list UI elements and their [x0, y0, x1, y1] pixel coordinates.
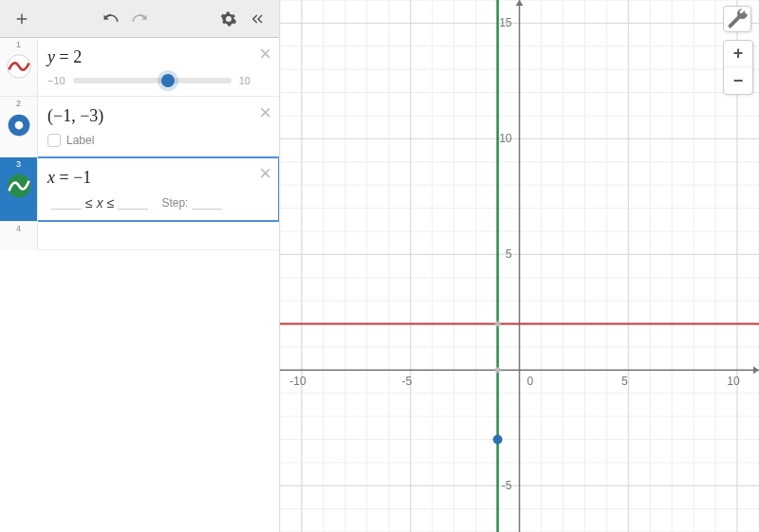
plus-icon	[13, 10, 30, 28]
svg-marker-63	[753, 366, 759, 374]
svg-text:10: 10	[727, 375, 740, 388]
gear-icon	[220, 10, 237, 28]
svg-marker-62	[516, 0, 524, 6]
slider-min[interactable]: −10	[47, 75, 65, 86]
chevrons-left-icon	[249, 10, 266, 28]
svg-text:-5: -5	[401, 375, 412, 388]
wrench-icon	[724, 7, 750, 31]
settings-button[interactable]	[214, 5, 243, 33]
label-row: Label	[47, 134, 250, 147]
slider-max[interactable]: 10	[239, 75, 250, 86]
slider-track[interactable]	[73, 78, 231, 83]
expression-body[interactable]	[38, 222, 279, 249]
expression-item-3[interactable]: 3 x = −1 ≤ x ≤ Step:	[0, 157, 279, 222]
expression-gutter: 2	[0, 97, 38, 156]
expression-gutter: 4	[0, 222, 38, 250]
svg-point-2	[14, 121, 23, 130]
svg-text:-10: -10	[289, 375, 306, 388]
expression-item-2[interactable]: 2 (−1, −3) Label ×	[0, 97, 279, 157]
graph-controls: + −	[723, 6, 753, 95]
svg-text:15: 15	[499, 16, 512, 29]
expression-gutter: 3	[0, 157, 38, 221]
formula: x = −1	[47, 168, 91, 187]
step-input[interactable]	[192, 196, 222, 210]
redo-icon	[131, 10, 148, 28]
undo-icon	[102, 10, 120, 28]
zoom-in-button[interactable]: +	[724, 41, 752, 67]
coordinate-plane[interactable]: -10-50510-551015	[280, 0, 759, 532]
upper-bound-input[interactable]	[118, 196, 148, 210]
expression-body[interactable]: (−1, −3) Label	[38, 97, 279, 156]
expression-index: 3	[16, 159, 21, 169]
zoom-out-button[interactable]: −	[724, 67, 752, 94]
delete-expression-button[interactable]: ×	[259, 102, 271, 123]
expression-gutter: 1	[0, 38, 38, 96]
graph-settings-button[interactable]	[723, 6, 751, 32]
zoom-controls: + −	[723, 40, 753, 95]
expression-list: 1 y = 2 −10 10 ×	[0, 38, 279, 532]
expression-item-4[interactable]: 4	[0, 222, 279, 250]
expression-body[interactable]: y = 2 −10 10	[38, 38, 279, 96]
svg-text:-5: -5	[502, 479, 512, 492]
expression-index: 1	[16, 40, 21, 49]
delete-expression-button[interactable]: ×	[259, 44, 271, 64]
add-expression-button[interactable]	[8, 5, 36, 33]
svg-point-77	[493, 434, 503, 444]
slider-thumb[interactable]	[161, 74, 175, 87]
svg-point-76	[495, 367, 501, 373]
lower-bound-input[interactable]	[51, 196, 82, 210]
point-icon[interactable]	[6, 112, 32, 138]
svg-text:0: 0	[528, 375, 534, 388]
formula: y = 2	[47, 47, 82, 66]
expression-index: 2	[16, 99, 21, 108]
function-icon[interactable]	[6, 53, 32, 80]
expression-item-1[interactable]: 1 y = 2 −10 10 ×	[0, 38, 279, 97]
label-text[interactable]: Label	[66, 134, 94, 147]
delete-expression-button[interactable]: ×	[259, 163, 271, 184]
expression-index: 4	[16, 224, 21, 233]
redo-button[interactable]	[125, 5, 154, 33]
collapse-sidebar-button[interactable]	[243, 5, 271, 33]
svg-text:5: 5	[621, 375, 628, 388]
app-root: 1 y = 2 −10 10 ×	[0, 0, 759, 532]
svg-point-75	[495, 321, 501, 326]
bounds-row: ≤ x ≤ Step:	[47, 195, 250, 211]
expression-body[interactable]: x = −1 ≤ x ≤ Step:	[38, 156, 279, 222]
graph-area[interactable]: -10-50510-551015 + −	[280, 0, 759, 532]
expression-sidebar: 1 y = 2 −10 10 ×	[0, 0, 280, 532]
formula: (−1, −3)	[47, 106, 103, 125]
function-icon[interactable]	[6, 173, 32, 199]
label-checkbox[interactable]	[47, 134, 61, 147]
slider-row: −10 10	[47, 75, 250, 86]
svg-text:10: 10	[499, 132, 512, 145]
undo-button[interactable]	[97, 5, 125, 33]
sidebar-toolbar	[0, 0, 279, 38]
svg-text:5: 5	[506, 248, 512, 261]
